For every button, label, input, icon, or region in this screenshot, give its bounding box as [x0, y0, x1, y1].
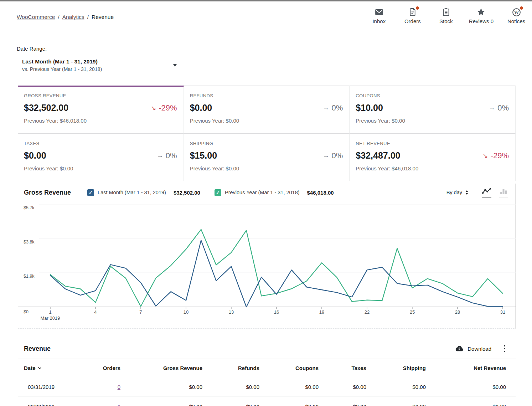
svg-text:4: 4 [94, 309, 97, 315]
svg-text:$1.9k: $1.9k [24, 274, 35, 279]
trend-down-icon: ↘ [151, 104, 156, 112]
summary-card-gross-revenue[interactable]: GROSS REVENUE$32,502.00↘-29%Previous Yea… [18, 86, 184, 133]
activity-nav-reviews-0[interactable]: Reviews 0 [469, 7, 494, 24]
cell-orders: 0 [82, 377, 126, 397]
cell-coupons: $0.00 [265, 397, 325, 406]
inbox-envelope-icon [375, 7, 384, 17]
stock-clipboard-icon [441, 7, 451, 17]
card-previous-value: Previous Year: $0.00 [24, 165, 177, 171]
download-button[interactable]: Download [455, 345, 491, 352]
download-cloud-icon [455, 345, 464, 352]
summary-card-net-revenue[interactable]: NET REVENUE$32,487.00↘-29%Previous Year:… [350, 133, 516, 181]
delta-percent: -29% [491, 151, 509, 160]
table-menu-button[interactable] [502, 344, 507, 353]
table-header: Revenue Download [18, 339, 516, 359]
legend-value: $32,502.00 [174, 190, 200, 196]
card-value: $0.00 [24, 150, 46, 161]
chart-legend: ✓Last Month (Mar 1 - 31, 2019)$32,502.00… [87, 189, 334, 196]
orders-count-link[interactable]: 0 [118, 384, 120, 390]
activity-nav-orders[interactable]: Orders [402, 7, 423, 24]
table-header-row: DateOrdersGross RevenueRefundsCouponsTax… [18, 359, 516, 377]
card-label: SHIPPING [190, 141, 343, 146]
summary-card-coupons[interactable]: COUPONS$10.00→0%Previous Year: $0.00 [350, 86, 516, 133]
legend-item-0[interactable]: ✓Last Month (Mar 1 - 31, 2019)$32,502.00 [87, 189, 200, 196]
svg-text:Mar 2019: Mar 2019 [41, 315, 60, 321]
card-label: TAXES [24, 141, 177, 146]
card-previous-value: Previous Year: $0.00 [190, 118, 343, 124]
bar-chart-icon[interactable] [499, 187, 508, 197]
table-title: Revenue [24, 345, 51, 353]
card-delta: →0% [323, 103, 343, 113]
column-header-refunds: Refunds [208, 359, 265, 377]
legend-checkbox-icon[interactable]: ✓ [87, 189, 94, 196]
svg-text:$0: $0 [24, 309, 29, 314]
legend-label: Previous Year (Mar 1 - 31, 2018) [225, 190, 300, 195]
cell-gross-revenue: $0.00 [126, 397, 208, 406]
card-previous-value: Previous Year: $0.00 [190, 165, 343, 171]
cell-date: 03/30/2019 [18, 397, 82, 406]
cell-orders: 0 [82, 397, 126, 406]
svg-text:$5.7k: $5.7k [24, 205, 35, 210]
svg-text:$3.8k: $3.8k [24, 240, 35, 245]
card-label: COUPONS [356, 93, 509, 98]
chart-controls: By day [446, 187, 508, 197]
summary-card-refunds[interactable]: REFUNDS$0.00→0%Previous Year: $0.00 [184, 86, 350, 133]
legend-checkbox-icon[interactable]: ✓ [215, 189, 221, 196]
cell-shipping: $0.00 [372, 377, 432, 397]
activity-nav-label: Inbox [372, 18, 386, 24]
column-header-taxes: Taxes [325, 359, 372, 377]
breadcrumb-item-analytics[interactable]: Analytics [62, 14, 84, 20]
cell-refunds: $0.00 [208, 377, 265, 397]
card-value: $0.00 [190, 103, 212, 113]
date-range-dropdown[interactable]: Last Month (Mar 1 - 31, 2019) vs. Previo… [18, 56, 183, 76]
legend-item-1[interactable]: ✓Previous Year (Mar 1 - 31, 2018)$46,018… [215, 189, 334, 196]
svg-text:1: 1 [49, 309, 51, 315]
orders-count-link[interactable]: 0 [118, 404, 120, 406]
line-chart-icon[interactable] [482, 187, 491, 197]
trend-flat-icon: → [323, 104, 329, 112]
summary-card-taxes[interactable]: TAXES$0.00→0%Previous Year: $0.00 [18, 133, 184, 181]
card-label: NET REVENUE [356, 141, 509, 146]
date-range-label: Date Range: [17, 46, 47, 52]
trend-down-icon: ↘ [483, 152, 488, 160]
delta-percent: 0% [332, 151, 343, 160]
interval-select[interactable]: By day [446, 190, 468, 195]
breadcrumb: WooCommerce/Analytics/Revenue [17, 14, 114, 20]
card-value: $15.00 [190, 150, 217, 161]
trend-flat-icon: → [157, 152, 163, 159]
cell-coupons: $0.00 [265, 377, 325, 397]
activity-nav-label: Orders [404, 18, 421, 24]
reviews-star-icon [476, 7, 486, 17]
wordpress-logo-icon: W [512, 7, 521, 17]
activity-panel-nav: InboxOrdersStockReviews 0WNotices [368, 7, 527, 24]
delta-percent: 0% [332, 103, 343, 113]
chevron-down-icon [173, 64, 177, 67]
svg-text:W: W [514, 10, 519, 15]
activity-nav-label: Reviews 0 [469, 18, 494, 24]
unread-badge-dot [416, 6, 419, 10]
delta-percent: 0% [497, 103, 509, 113]
legend-value: $46,018.00 [307, 190, 334, 196]
summary-cards: GROSS REVENUE$32,502.00↘-29%Previous Yea… [18, 86, 516, 181]
activity-nav-inbox[interactable]: Inbox [368, 7, 390, 24]
column-header-gross-revenue: Gross Revenue [126, 359, 208, 377]
chart-panel: Gross Revenue ✓Last Month (Mar 1 - 31, 2… [18, 184, 516, 329]
breadcrumb-item-woocommerce[interactable]: WooCommerce [17, 14, 55, 20]
svg-text:13: 13 [229, 309, 234, 315]
revenue-table-panel: Revenue Download DateOrdersGross Revenue… [18, 339, 516, 406]
cell-net-revenue: $0.00 [432, 397, 516, 406]
column-label: Date [24, 365, 36, 371]
summary-card-shipping[interactable]: SHIPPING$15.00→0%Previous Year: $0.00 [184, 133, 350, 181]
cell-taxes: $0.00 [325, 397, 372, 406]
trend-flat-icon: → [323, 152, 329, 159]
card-delta: →0% [489, 103, 509, 113]
column-header-date[interactable]: Date [18, 359, 82, 377]
card-label: REFUNDS [190, 93, 343, 98]
chart-type-toggle [482, 187, 508, 197]
activity-nav-stock[interactable]: Stock [435, 7, 457, 24]
activity-nav-notices[interactable]: WNotices [506, 7, 527, 24]
revenue-line-chart[interactable]: $0$1.9k$3.8k$5.7k1471013161922252831Mar … [18, 203, 516, 329]
date-range-secondary: vs. Previous Year (Mar 1 - 31, 2018) [22, 66, 102, 72]
cell-gross-revenue: $0.00 [126, 377, 208, 397]
breadcrumb-separator: / [58, 14, 59, 20]
